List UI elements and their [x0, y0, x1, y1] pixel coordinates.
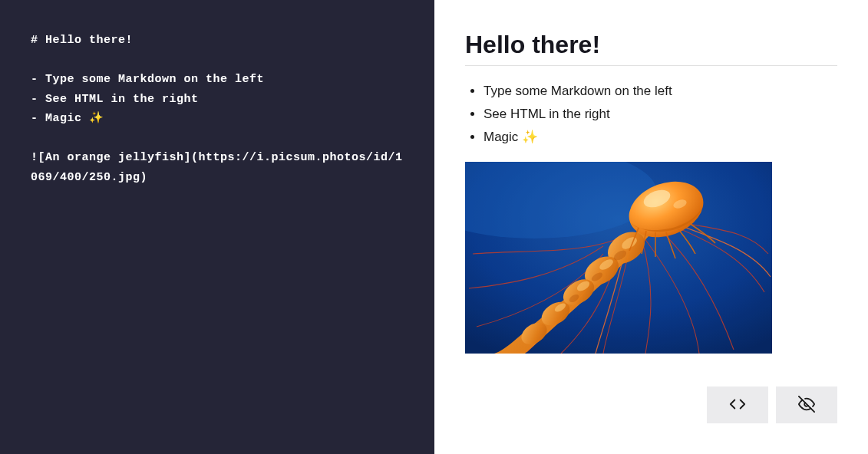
toolbar	[707, 387, 837, 423]
preview-list: Type some Markdown on the left See HTML …	[465, 80, 837, 148]
list-item: Magic ✨	[484, 126, 837, 149]
list-item: Type some Markdown on the left	[484, 80, 837, 103]
preview-image	[465, 162, 772, 354]
markdown-editor[interactable]: # Hello there! - Type some Markdown on t…	[31, 31, 404, 187]
code-toggle-button[interactable]	[707, 387, 768, 423]
list-item: See HTML in the right	[484, 103, 837, 126]
visibility-toggle-button[interactable]	[776, 387, 837, 423]
code-icon	[729, 396, 746, 415]
editor-pane: # Hello there! - Type some Markdown on t…	[0, 0, 434, 454]
eye-off-icon	[798, 396, 815, 415]
preview-heading: Hello there!	[465, 31, 837, 66]
